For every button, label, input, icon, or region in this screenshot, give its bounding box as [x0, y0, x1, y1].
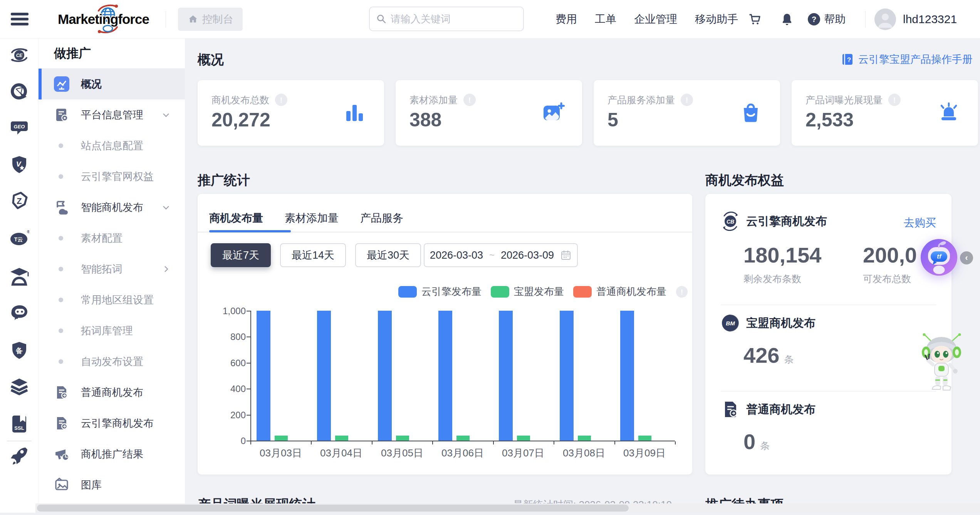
remaining-label: 剩余发布条数 [743, 273, 801, 285]
compass-promote-icon[interactable] [9, 81, 29, 101]
header-divider [166, 11, 166, 28]
y-tick [247, 389, 250, 389]
nav-item-费用[interactable]: 费用 [555, 12, 577, 27]
sidebar-item-智能拓词[interactable]: 智能拓词 [39, 254, 185, 284]
home-icon [188, 14, 198, 25]
graduate-icon[interactable] [9, 266, 29, 286]
z-brand-icon[interactable]: Z [9, 191, 29, 211]
console-button[interactable]: 控制台 [178, 8, 243, 31]
sidebar-menu: 概况平台信息管理站点信息配置云引擎官网权益智能商机发布素材配置智能拓词常用地区组… [39, 69, 185, 500]
tab-产品服务[interactable]: 产品服务 [360, 205, 403, 231]
date-range-picker[interactable]: 2026-03-03 ~ 2026-03-09 [424, 243, 578, 267]
bullet-dot [59, 267, 63, 271]
sidebar-item-图库[interactable]: 图库 [39, 470, 185, 500]
sidebar-item-云引擎商机发布[interactable]: 云引擎商机发布 [39, 408, 185, 439]
chevron-down-icon [161, 202, 171, 212]
sidebar: 做推广 概况平台信息管理站点信息配置云引擎官网权益智能商机发布素材配置智能拓词常… [39, 39, 185, 515]
chart-legend: 云引擎发布量宝盟发布量普通商机发布量! [398, 285, 688, 298]
sidebar-item-云引擎官网权益[interactable]: 云引擎官网权益 [39, 161, 185, 192]
bell-icon[interactable] [780, 12, 794, 27]
brand-logo-text: Marketingforce [58, 12, 149, 27]
stat-card-素材添加量: 素材添加量!388 [396, 80, 582, 146]
svg-text:!: ! [681, 288, 683, 296]
common-publish-name: 普通商机发布 [746, 402, 816, 417]
rocket-icon[interactable] [9, 446, 29, 466]
info-badge-icon[interactable]: ! [463, 93, 476, 106]
x-axis-line [250, 441, 675, 441]
info-badge-icon[interactable]: ! [275, 93, 288, 106]
tab-素材添加量[interactable]: 素材添加量 [285, 205, 339, 231]
info-badge-icon[interactable]: ! [888, 93, 901, 106]
x-tick [311, 441, 312, 444]
tab-商机发布量[interactable]: 商机发布量 [209, 205, 263, 231]
sidebar-item-label: 素材配置 [81, 231, 123, 245]
collapse-handle[interactable]: ‹ [960, 251, 973, 264]
sidebar-item-拓词库管理[interactable]: 拓词库管理 [39, 315, 185, 346]
buy-link[interactable]: 去购买 [904, 215, 936, 230]
rights-card: CB 云引擎商机发布 去购买 180,154 200,0 剩余发布条数 可发布总… [705, 194, 951, 475]
hamburger-menu-icon[interactable] [11, 13, 29, 26]
sidebar-item-商机推广结果[interactable]: 商机推广结果 [39, 439, 185, 470]
legend-item-宝盟发布量[interactable]: 宝盟发布量 [491, 285, 564, 298]
chart-bar-宝盟发布量 [517, 436, 530, 441]
sidebar-item-素材配置[interactable]: 素材配置 [39, 223, 185, 254]
sidebar-item-站点信息配置[interactable]: 站点信息配置 [39, 130, 185, 161]
nav-item-企业管理[interactable]: 企业管理 [634, 12, 677, 27]
legend-item-云引擎发布量[interactable]: 云引擎发布量 [398, 285, 482, 298]
scrollbar-thumb[interactable] [37, 505, 629, 512]
sidebar-item-普通商机发布[interactable]: 普通商机发布 [39, 377, 185, 408]
cb-cloud-engine-icon: CB [721, 212, 740, 231]
ssl-cert-icon[interactable]: SSL [9, 414, 29, 434]
backup-shield-icon[interactable]: 备 [9, 340, 29, 360]
avatar[interactable] [874, 8, 896, 30]
v-shield-icon[interactable]: V [9, 155, 29, 175]
chart-bar-云引擎发布量 [257, 311, 270, 441]
console-label: 控制台 [202, 12, 233, 26]
chart-bar-宝盟发布量 [638, 436, 651, 441]
search-input[interactable] [391, 13, 506, 25]
manual-link[interactable]: ? 云引擎宝盟产品操作手册 [841, 52, 973, 66]
t-cloud-icon[interactable]: T云® [9, 228, 29, 248]
rights-divider [721, 305, 936, 305]
sidebar-item-label: 云引擎官网权益 [81, 170, 154, 183]
geo-icon[interactable]: GEO [9, 118, 29, 138]
legend-info-badge-icon[interactable]: ! [676, 286, 688, 298]
x-tick [432, 441, 433, 444]
ce-engine-icon[interactable]: CE [9, 45, 29, 65]
range-button-最近14天[interactable]: 最近14天 [280, 243, 346, 267]
sidebar-item-label: 商机推广结果 [81, 447, 143, 461]
nav-item-工单[interactable]: 工单 [595, 12, 616, 27]
sidebar-item-智能商机发布[interactable]: 智能商机发布 [39, 192, 185, 223]
info-badge-icon[interactable]: ! [680, 93, 693, 106]
chevron-down-icon [161, 110, 171, 120]
total-label: 可发布总数 [863, 273, 911, 285]
cart-icon[interactable] [747, 12, 762, 27]
range-button-最近7天[interactable]: 最近7天 [211, 243, 271, 267]
help-button[interactable]: ? 帮助 [807, 0, 846, 39]
date-end: 2026-03-09 [501, 249, 554, 261]
svg-text:T云: T云 [14, 236, 23, 242]
nav-item-移动助手[interactable]: 移动助手 [695, 12, 738, 27]
bullet-dot [59, 174, 63, 179]
sidebar-item-概况[interactable]: 概况 [39, 69, 185, 99]
header: Marketingforce 控制台 费用工单企业管理移动助手 ? 帮助 lhd… [0, 0, 980, 39]
chart-bar-云引擎发布量 [620, 311, 634, 441]
range-button-最近30天[interactable]: 最近30天 [355, 243, 421, 267]
chart-bar-云引擎发布量 [438, 311, 452, 441]
username[interactable]: lhd123321 [903, 0, 957, 39]
robot-service-icon[interactable] [9, 303, 29, 323]
sidebar-item-常用地区组设置[interactable]: 常用地区组设置 [39, 284, 185, 315]
chat-assistant-widget[interactable]: tf [921, 239, 957, 276]
chart-bar-云引擎发布量 [317, 311, 331, 441]
x-tick [554, 441, 554, 444]
sidebar-item-平台信息管理[interactable]: 平台信息管理 [39, 99, 185, 130]
x-axis-label: 03月04日 [310, 446, 372, 460]
chart-bar-云引擎发布量 [499, 311, 513, 441]
y-axis-line [250, 311, 251, 441]
sidebar-item-label: 图库 [81, 478, 102, 492]
collapse-chevron: ‹ [965, 253, 968, 263]
legend-item-普通商机发布量[interactable]: 普通商机发布量 [573, 285, 666, 298]
bullet-dot [59, 236, 63, 241]
sidebar-item-自动发布设置[interactable]: 自动发布设置 [39, 346, 185, 377]
layers-icon[interactable] [9, 377, 29, 397]
